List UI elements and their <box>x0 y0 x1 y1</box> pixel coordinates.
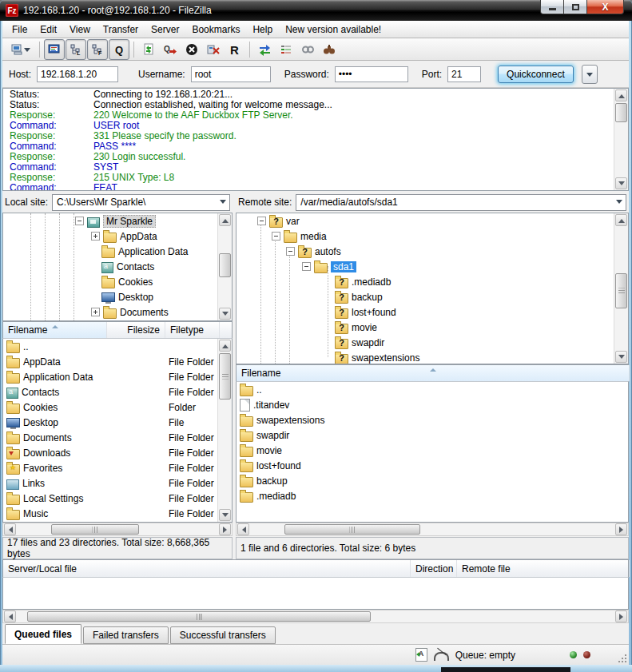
menu-file[interactable]: File <box>6 21 34 38</box>
local-tree-toggle-button[interactable]: L <box>66 39 86 60</box>
file-row[interactable]: .mediadb <box>237 488 628 503</box>
directory-listing-button[interactable] <box>276 39 296 60</box>
file-row[interactable]: .titandev <box>237 397 628 412</box>
transfer-type-indicator-icon[interactable] <box>415 648 427 662</box>
tree-item-label[interactable]: autofs <box>315 246 341 257</box>
tree-item-label[interactable]: var <box>286 216 300 227</box>
file-row[interactable]: swapdir <box>237 427 628 443</box>
site-manager-button[interactable] <box>6 39 35 60</box>
queue-body[interactable] <box>2 578 629 610</box>
remote-tree-scrollbar[interactable] <box>614 213 628 364</box>
refresh-button[interactable] <box>138 39 159 60</box>
scroll-left-button[interactable] <box>4 610 16 622</box>
file-row[interactable]: FavoritesFile Folder <box>3 460 232 475</box>
tree-item-label[interactable]: swapdir <box>352 337 384 348</box>
tree-item-label[interactable]: Cookies <box>118 276 153 288</box>
queue-hscrollbar[interactable] <box>2 610 629 623</box>
menu-transfer[interactable]: Transfer <box>97 21 145 38</box>
close-button[interactable]: X <box>587 0 624 14</box>
remote-list-hscrollbar[interactable] <box>236 523 629 536</box>
file-row[interactable]: movie <box>237 443 628 458</box>
quickconnect-button[interactable]: Quickconnect <box>498 66 574 83</box>
username-input[interactable] <box>191 66 271 82</box>
tab-failed-transfers[interactable]: Failed transfers <box>83 626 169 644</box>
menu-server[interactable]: Server <box>145 21 185 38</box>
scroll-thumb[interactable] <box>51 524 139 535</box>
remote-file-list[interactable]: .. .titandev swapextensions swapdir movi… <box>236 382 629 523</box>
file-row[interactable]: Application DataFile Folder <box>3 369 232 384</box>
local-tree[interactable]: Mr Sparkle AppData Application Data Cont… <box>2 213 233 321</box>
menu-view[interactable]: View <box>63 21 97 38</box>
file-row[interactable]: ContactsFile Folder <box>3 384 232 400</box>
file-row[interactable]: swapextensions <box>237 412 628 427</box>
tree-item-label[interactable]: AppData <box>120 231 157 242</box>
file-row[interactable]: lost+found <box>237 458 628 473</box>
tree-item-label[interactable]: Documents <box>120 307 169 318</box>
scroll-right-button[interactable] <box>219 523 231 535</box>
collapse-expander[interactable] <box>257 217 266 225</box>
tab-successful-transfers[interactable]: Successful transfers <box>170 626 276 644</box>
collapse-expander[interactable] <box>286 247 295 256</box>
column-header-filesize[interactable]: Filesize <box>107 322 165 338</box>
scroll-up-button[interactable] <box>219 214 231 226</box>
message-log[interactable]: Status:Connecting to 192.168.1.20:21... … <box>2 88 629 191</box>
scroll-down-button[interactable] <box>219 509 231 521</box>
log-scrollbar[interactable] <box>614 89 628 190</box>
process-queue-button[interactable]: Q <box>160 39 181 60</box>
scroll-thumb[interactable] <box>284 524 420 535</box>
local-list-hscrollbar[interactable] <box>2 523 233 536</box>
scroll-up-button[interactable] <box>615 214 627 226</box>
remote-site-combo[interactable]: /var/media/autofs/sda1 <box>296 194 626 211</box>
scroll-up-button[interactable] <box>219 340 231 352</box>
local-list-scrollbar[interactable] <box>217 339 232 522</box>
message-log-toggle-button[interactable] <box>44 39 65 60</box>
tree-item-label[interactable]: Mr Sparkle <box>103 215 156 228</box>
disconnect-button[interactable] <box>203 39 224 60</box>
menu-bookmarks[interactable]: Bookmarks <box>185 21 246 38</box>
scroll-thumb[interactable] <box>219 353 231 400</box>
password-input[interactable] <box>335 66 408 82</box>
file-row[interactable]: AppDataFile Folder <box>3 354 232 369</box>
local-tree-scrollbar[interactable] <box>217 213 232 320</box>
column-header-remote-file[interactable]: Remote file <box>457 560 630 577</box>
scroll-thumb[interactable] <box>615 103 627 122</box>
local-site-dropdown-button[interactable] <box>216 195 229 210</box>
file-row[interactable]: LinksFile Folder <box>3 475 232 491</box>
scroll-thumb[interactable] <box>219 253 231 277</box>
scroll-down-button[interactable] <box>615 177 627 189</box>
remote-site-dropdown-button[interactable] <box>612 195 626 210</box>
file-row[interactable]: .. <box>237 382 628 397</box>
port-input[interactable] <box>447 66 481 82</box>
file-row[interactable]: backup <box>237 473 628 488</box>
resize-grip[interactable] <box>618 654 626 662</box>
scroll-right-button[interactable] <box>615 610 627 622</box>
file-row[interactable]: Local SettingsFile Folder <box>3 491 232 506</box>
collapse-expander[interactable] <box>75 217 84 225</box>
column-header-filetype[interactable]: Filetype <box>165 322 220 338</box>
maximize-button[interactable] <box>564 0 587 14</box>
expand-expander[interactable] <box>91 308 100 316</box>
local-site-combo[interactable]: C:\Users\Mr Sparkle\ <box>52 194 230 211</box>
column-header-server-local-file[interactable]: Server/Local file <box>3 560 411 577</box>
file-row[interactable]: MusicFile Folder <box>3 506 232 521</box>
file-row[interactable]: .. <box>3 339 232 354</box>
menu-help[interactable]: Help <box>246 21 279 38</box>
menu-edit[interactable]: Edit <box>34 21 63 38</box>
file-row[interactable]: DownloadsFile Folder <box>3 445 232 460</box>
search-button[interactable] <box>319 39 340 60</box>
column-header-filename[interactable]: Filename <box>3 322 107 338</box>
tree-item-label[interactable]: swapextensions <box>352 352 419 364</box>
scroll-down-button[interactable] <box>219 308 231 320</box>
file-row[interactable]: CookiesFolder <box>3 400 232 415</box>
column-header-filename[interactable]: Filename <box>237 365 630 381</box>
column-header-direction[interactable]: Direction <box>411 560 457 577</box>
expand-expander[interactable] <box>91 232 100 241</box>
new-version-notice[interactable]: New version available! <box>279 21 388 38</box>
collapse-expander[interactable] <box>302 262 311 271</box>
tree-item-label[interactable]: movie <box>352 322 377 333</box>
quickconnect-dropdown-button[interactable] <box>582 65 598 84</box>
scroll-left-button[interactable] <box>4 523 16 535</box>
local-file-list[interactable]: .. AppDataFile Folder Application DataFi… <box>2 339 233 523</box>
remote-tree[interactable]: var media autofs sda1 .mediadb backup lo… <box>236 213 629 364</box>
tree-item-label-selected[interactable]: sda1 <box>331 261 356 272</box>
